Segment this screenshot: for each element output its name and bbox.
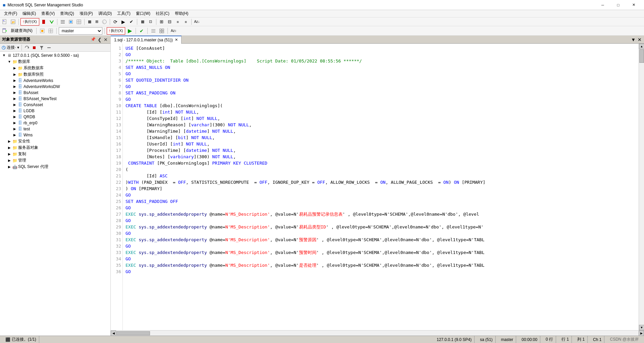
tree-server-node[interactable]: ▼ 🖥 127.0.0.1 (SQL Server 9.0.5000 - sa) xyxy=(0,52,110,58)
toolbar2-check[interactable]: ✔ xyxy=(138,27,145,35)
tree-wms[interactable]: ▶ 🗄 Wms xyxy=(0,132,110,138)
toolbar-btn-12[interactable]: ⊞ xyxy=(158,18,165,26)
tree-lgdb[interactable]: ▶ 🗄 LGDB xyxy=(0,108,110,114)
toolbar2-list[interactable] xyxy=(150,27,157,35)
tree-db-toggle[interactable]: ▼ xyxy=(7,59,12,65)
tree-aw-toggle[interactable]: ▶ xyxy=(12,78,17,83)
parse-button[interactable] xyxy=(48,18,55,26)
tree-adventureworksdw[interactable]: ▶ 🗄 AdventureWorksDW xyxy=(0,84,110,90)
toolbar-btn-4[interactable] xyxy=(67,18,75,26)
toolbar-btn-3[interactable] xyxy=(59,18,66,26)
tree-agent-toggle[interactable]: ▶ xyxy=(7,164,12,170)
tree-security-toggle[interactable]: ▶ xyxy=(7,139,12,144)
tree-security[interactable]: ▶ 📁 安全性 xyxy=(0,138,110,144)
toolbar-btn-5[interactable] xyxy=(75,18,83,26)
tree-server-objects[interactable]: ▶ 📁 服务器对象 xyxy=(0,144,110,151)
execute-button-2[interactable]: ! 执行(X) xyxy=(107,27,126,35)
new-query-icon[interactable] xyxy=(1,27,8,35)
toolbar-btn-6[interactable]: i xyxy=(101,18,108,26)
tab-list-btn[interactable]: ▼ xyxy=(630,37,637,42)
tree-replication[interactable]: ▶ 📁 复制 xyxy=(0,151,110,157)
tree-test[interactable]: ▶ 🗄 test xyxy=(0,126,110,132)
toolbar2-btn-2[interactable] xyxy=(47,27,54,35)
tree-qrdb[interactable]: ▶ 🗄 QRDB xyxy=(0,114,110,120)
minimize-button[interactable]: ─ xyxy=(595,0,610,10)
tree-awdw-toggle[interactable]: ▶ xyxy=(12,84,17,89)
execute-button[interactable]: ! 执行(X) xyxy=(20,18,39,26)
toolbar-btn-10[interactable]: ▦ xyxy=(139,18,146,26)
scroll-right-btn[interactable]: ▶ xyxy=(639,331,644,336)
close-button[interactable]: ✕ xyxy=(626,0,641,10)
tree-sys-db[interactable]: ▶ 📁 系统数据库 xyxy=(0,65,110,71)
h-scroll-thumb[interactable] xyxy=(116,331,150,335)
oe-connect-btn[interactable]: 连接· ▼ xyxy=(1,45,20,50)
tree-consasset[interactable]: ▶ 🗄 ConsAsset xyxy=(0,102,110,108)
tree-server-toggle[interactable]: ▼ xyxy=(1,53,7,58)
scroll-down-btn[interactable]: ▼ xyxy=(639,325,644,330)
oe-close-button[interactable]: ✕ xyxy=(103,37,108,42)
scroll-left-btn[interactable]: ◀ xyxy=(111,331,116,336)
toolbar-btn-2[interactable]: 📂 xyxy=(9,18,17,26)
tree-rberp0-toggle[interactable]: ▶ xyxy=(12,120,17,126)
toolbar2-az[interactable]: Az↕ xyxy=(170,27,177,35)
toolbar-btn-az[interactable]: Az↓ xyxy=(193,18,201,26)
vertical-scrollbar[interactable]: ▲ ▼ xyxy=(639,44,644,330)
menu-tools[interactable]: 工具(T) xyxy=(114,10,133,17)
toolbar2-btn-1[interactable] xyxy=(39,27,46,35)
toolbar-btn-8[interactable]: ▶ xyxy=(120,18,127,26)
menu-edit[interactable]: 编辑(E) xyxy=(20,10,39,17)
oe-expand-button[interactable]: ❮ xyxy=(97,37,102,42)
database-dropdown[interactable]: master xyxy=(59,27,102,35)
tree-bsnt-toggle[interactable]: ▶ xyxy=(12,96,17,101)
tree-sysdb-toggle[interactable]: ▶ xyxy=(12,66,17,71)
tree-repl-toggle[interactable]: ▶ xyxy=(7,152,12,157)
menu-community[interactable]: 社区(C) xyxy=(153,10,172,17)
toolbar-btn-1[interactable] xyxy=(1,18,9,26)
toolbar-btn-15[interactable]: ≡ xyxy=(182,18,190,26)
scroll-up-btn[interactable]: ▲ xyxy=(639,44,644,49)
play-button[interactable]: ▶ xyxy=(126,27,134,35)
tree-rberp0[interactable]: ▶ 🗄 rb_erp0 xyxy=(0,120,110,126)
oe-filter-btn[interactable] xyxy=(38,44,45,51)
oe-stop-btn[interactable] xyxy=(31,44,38,51)
toolbar-results-grid[interactable]: ⊞ xyxy=(94,18,100,26)
tree-lgdb-toggle[interactable]: ▶ xyxy=(12,108,17,114)
tree-db-snapshots[interactable]: ▶ 📁 数据库快照 xyxy=(0,71,110,78)
menu-help[interactable]: 帮助(H) xyxy=(172,10,191,17)
toolbar2-grid[interactable] xyxy=(158,27,165,35)
menu-debug[interactable]: 调试(D) xyxy=(96,10,115,17)
horizontal-scrollbar[interactable]: ◀ ▶ xyxy=(111,330,644,336)
menu-file[interactable]: 文件(F) xyxy=(1,10,20,17)
tree-snapshots-toggle[interactable]: ▶ xyxy=(12,72,17,77)
toolbar-btn-9[interactable]: ✔ xyxy=(128,18,135,26)
tree-databases-folder[interactable]: ▼ 📁 数据库 xyxy=(0,58,110,65)
tree-ca-toggle[interactable]: ▶ xyxy=(12,102,17,108)
tree-sql-agent[interactable]: ▶ 🤖 SQL Server 代理 xyxy=(0,164,110,170)
code-content[interactable]: USE [ConsAsset] GO /****** Object: Table… xyxy=(123,44,639,330)
tree-management[interactable]: ▶ 📁 管理 xyxy=(0,157,110,164)
tree-bsasset-toggle[interactable]: ▶ xyxy=(12,90,17,95)
toolbar-results-text[interactable]: ▦ xyxy=(86,18,93,26)
tree-mgmt-toggle[interactable]: ▶ xyxy=(7,158,12,163)
stop-button[interactable] xyxy=(40,18,47,26)
tab-close-btn[interactable]: ✕ xyxy=(175,38,178,42)
tree-wms-toggle[interactable]: ▶ xyxy=(12,132,17,138)
menu-view[interactable]: 查看(V) xyxy=(39,10,57,17)
toolbar-btn-13[interactable]: ⊟ xyxy=(166,18,174,26)
tree-bsasset[interactable]: ▶ 🗄 BsAsset xyxy=(0,90,110,96)
oe-collapse-btn[interactable] xyxy=(46,44,52,51)
menu-query[interactable]: 查询(Q) xyxy=(57,10,77,17)
code-editor[interactable]: 1 2 3 4 5 6 7 8 9 10 11 12 13 14 15 16 1… xyxy=(111,44,644,330)
maximize-button[interactable]: □ xyxy=(610,0,626,10)
oe-refresh-btn[interactable] xyxy=(23,44,30,51)
toolbar-btn-14[interactable]: ≡ xyxy=(174,18,182,26)
editor-tab-1[interactable]: 1.sql - 127.0.0.1.master (sa (51)) ✕ xyxy=(111,36,182,44)
scroll-thumb[interactable] xyxy=(639,49,644,63)
h-scroll-track[interactable] xyxy=(116,331,639,336)
tree-bsassetnewtest[interactable]: ▶ 🗄 BSAsset_NewTest xyxy=(0,96,110,102)
new-query-btn[interactable]: 新建查询(N) xyxy=(9,27,34,35)
menu-project[interactable]: 项目(P) xyxy=(77,10,96,17)
tab-close-all-btn[interactable]: ✕ xyxy=(637,37,643,42)
menu-window[interactable]: 窗口(W) xyxy=(133,10,153,17)
tree-adventureworks[interactable]: ▶ 🗄 AdventureWorks xyxy=(0,78,110,84)
